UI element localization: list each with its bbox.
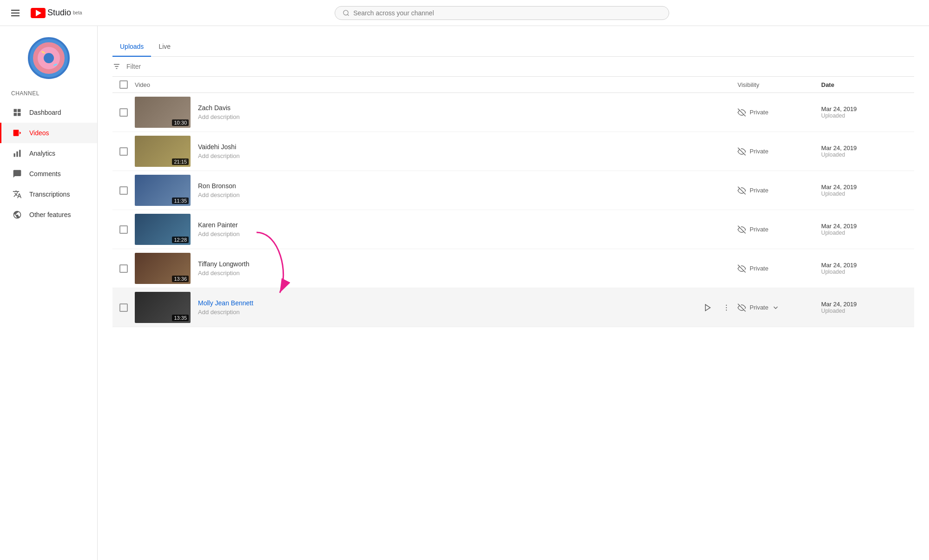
video-description: Add description	[198, 152, 738, 159]
video-title[interactable]: Molly Jean Bennett	[198, 299, 700, 307]
video-info: Molly Jean Bennett Add description	[198, 299, 700, 316]
date-cell: Mar 24, 2019 Uploaded	[821, 262, 914, 275]
video-description: Add description	[198, 113, 738, 120]
channel-label: Channel	[0, 86, 97, 99]
visibility-cell: Private	[738, 225, 821, 234]
row-checkbox[interactable]	[119, 147, 128, 156]
comments-icon	[13, 169, 22, 178]
logo-beta: beta	[73, 10, 82, 15]
video-thumbnail: 13:35	[135, 292, 191, 323]
svg-marker-19	[705, 304, 711, 311]
sidebar: Channel Dashboard Videos	[0, 26, 98, 338]
video-thumbnail: 10:30	[135, 97, 191, 128]
video-description: Add description	[198, 309, 700, 316]
video-info: Vaidehi Joshi Add description	[198, 143, 738, 159]
table-row: 11:35 Ron Bronson Add description Privat…	[112, 171, 914, 210]
row-checkbox[interactable]	[119, 225, 128, 234]
video-duration: 10:30	[172, 119, 189, 126]
video-info: Ron Bronson Add description	[198, 182, 738, 198]
sidebar-nav: Dashboard Videos Analytics	[0, 99, 97, 229]
channel-avatar-section	[0, 26, 97, 86]
search-input[interactable]	[353, 9, 661, 17]
video-title: Tiffany Longworth	[198, 260, 738, 268]
date-cell: Mar 24, 2019 Uploaded	[821, 145, 914, 158]
videos-icon	[13, 128, 22, 138]
dropdown-arrow-icon[interactable]	[772, 304, 779, 311]
visibility-text: Private	[750, 304, 768, 311]
row-checkbox[interactable]	[119, 108, 128, 117]
dashboard-icon	[13, 108, 22, 117]
date-cell: Mar 24, 2019 Uploaded	[821, 223, 914, 236]
filter-input[interactable]	[126, 63, 219, 70]
sidebar-item-analytics[interactable]: Analytics	[0, 143, 97, 164]
svg-point-22	[726, 310, 727, 310]
header-checkbox[interactable]	[119, 80, 128, 89]
sidebar-item-videos[interactable]: Videos	[0, 123, 97, 143]
svg-point-21	[726, 307, 727, 308]
table-header: Video Visibility Date	[112, 77, 914, 93]
eye-slash-icon	[738, 303, 746, 312]
svg-rect-5	[18, 113, 21, 116]
date-secondary: Uploaded	[821, 112, 914, 119]
row-checkbox[interactable]	[119, 186, 128, 195]
video-info: Zach Davis Add description	[198, 104, 738, 120]
sidebar-item-comments-label: Comments	[29, 170, 61, 178]
row-checkbox[interactable]	[119, 303, 128, 312]
date-secondary: Uploaded	[821, 269, 914, 275]
analytics-icon	[13, 149, 22, 158]
tab-live[interactable]: Live	[151, 37, 178, 57]
logo: Studiobeta	[31, 8, 82, 18]
table-row: 21:15 Vaidehi Joshi Add description Priv…	[112, 132, 914, 171]
eye-slash-icon	[738, 147, 746, 156]
search-bar[interactable]	[335, 6, 669, 20]
visibility-cell: Private	[738, 147, 821, 156]
more-options-button[interactable]	[719, 300, 734, 315]
video-duration: 21:15	[172, 158, 189, 165]
sidebar-item-analytics-label: Analytics	[29, 150, 55, 157]
svg-point-0	[343, 10, 348, 15]
row-checkbox-cell	[112, 147, 135, 156]
visibility-text: Private	[750, 109, 768, 116]
video-table: Video Visibility Date 10:30 Zach Davis A…	[112, 77, 914, 327]
video-title: Karen Painter	[198, 221, 738, 229]
date-primary: Mar 24, 2019	[821, 105, 914, 112]
eye-slash-icon	[738, 264, 746, 273]
date-secondary: Uploaded	[821, 191, 914, 197]
visibility-text: Private	[750, 265, 768, 272]
logo-text: Studio	[47, 8, 71, 18]
menu-icon[interactable]	[7, 6, 23, 20]
tab-uploads[interactable]: Uploads	[112, 37, 151, 57]
svg-rect-10	[19, 150, 20, 157]
video-info: Karen Painter Add description	[198, 221, 738, 237]
eye-slash-icon	[738, 225, 746, 234]
svg-rect-6	[13, 130, 19, 136]
visibility-text: Private	[750, 187, 768, 194]
video-title: Vaidehi Joshi	[198, 143, 738, 151]
visibility-text: Private	[750, 148, 768, 155]
content-tabs: Uploads Live	[112, 37, 914, 57]
sidebar-item-comments[interactable]: Comments	[0, 164, 97, 184]
video-thumbnail: 12:28	[135, 214, 191, 245]
svg-rect-8	[14, 153, 15, 157]
date-secondary: Uploaded	[821, 308, 914, 314]
sidebar-item-transcriptions[interactable]: Transcriptions	[0, 184, 97, 204]
eye-slash-icon	[738, 186, 746, 195]
col-visibility-header: Visibility	[738, 81, 821, 88]
sidebar-item-dashboard-label: Dashboard	[29, 109, 61, 116]
video-title: Zach Davis	[198, 104, 738, 112]
video-title: Ron Bronson	[198, 182, 738, 190]
visibility-text: Private	[750, 226, 768, 233]
video-description: Add description	[198, 191, 738, 198]
watch-button[interactable]	[700, 300, 715, 315]
video-duration: 13:35	[172, 315, 189, 321]
svg-rect-9	[16, 152, 18, 157]
filter-bar	[112, 57, 914, 77]
sidebar-item-other[interactable]: Other features	[0, 204, 97, 225]
table-row: 13:35 Molly Jean Bennett Add description	[112, 288, 914, 327]
date-secondary: Uploaded	[821, 230, 914, 236]
visibility-cell: Private	[738, 186, 821, 195]
row-checkbox-cell	[112, 186, 135, 195]
sidebar-item-dashboard[interactable]: Dashboard	[0, 102, 97, 123]
row-checkbox[interactable]	[119, 264, 128, 273]
date-primary: Mar 24, 2019	[821, 301, 914, 308]
